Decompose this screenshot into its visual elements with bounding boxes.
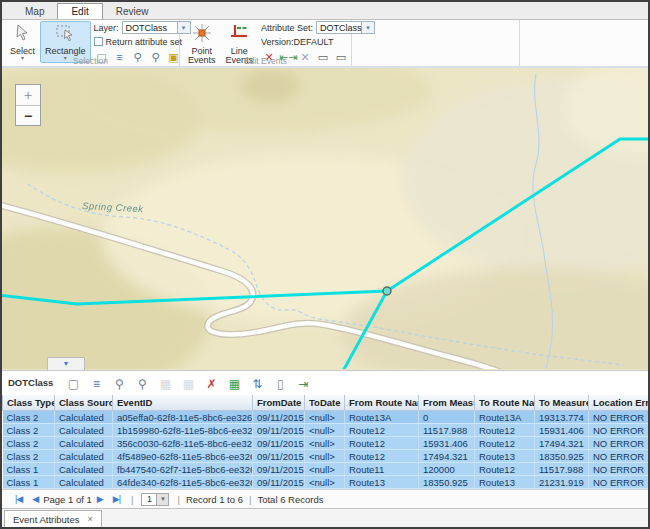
table-cell[interactable]: 120000 <box>419 463 475 476</box>
tab-event-attributes[interactable]: Event Attributes × <box>4 510 102 527</box>
column-header[interactable]: Class Source <box>55 395 113 411</box>
first-page-button[interactable]: |◀ <box>15 494 22 504</box>
table-cell[interactable]: NO ERROR <box>589 411 649 424</box>
table-cell[interactable]: 1b159980-62f8-11e5-8bc6-ee32641d5ec9 <box>113 424 253 437</box>
return-attribute-set-checkbox[interactable] <box>94 37 103 46</box>
zoom-in-button[interactable]: + <box>16 85 40 105</box>
page-number-value[interactable]: 1 <box>141 493 157 506</box>
attribute-set-value[interactable]: DOTClass <box>316 21 362 34</box>
previous-page-button[interactable]: ◀ <box>32 494 38 504</box>
table-row[interactable]: Class 2Calculateda05effa0-62f8-11e5-8bc6… <box>3 411 649 424</box>
table-cell[interactable]: Route12 <box>345 424 419 437</box>
table-cell[interactable]: 11517.988 <box>535 463 589 476</box>
table-cell[interactable]: Route12 <box>475 463 535 476</box>
table-cell[interactable]: 09/11/2015 <box>253 411 305 424</box>
table-cell[interactable]: Calculated <box>55 463 113 476</box>
column-header[interactable]: To Route Name <box>475 395 535 411</box>
fit-columns-icon[interactable]: ⇥ <box>293 377 313 391</box>
table-cell[interactable]: 09/11/2015 <box>253 476 305 489</box>
zoom-to-selected-icon[interactable]: ⚲ <box>109 377 129 391</box>
page-number-combobox[interactable]: 1 ▼ <box>141 493 169 506</box>
add-records-icon[interactable]: ▦ <box>224 377 244 391</box>
tab-review[interactable]: Review <box>103 4 162 19</box>
table-cell[interactable]: Class 2 <box>3 437 55 450</box>
table-cell[interactable]: <null> <box>305 424 345 437</box>
table-row[interactable]: Class 1Calculatedfb447540-62f7-11e5-8bc6… <box>3 463 649 476</box>
table-cell[interactable]: <null> <box>305 463 345 476</box>
column-header[interactable]: From Route Name <box>345 395 419 411</box>
last-page-button[interactable]: ▶| <box>113 494 120 504</box>
save-edits-icon[interactable]: ▦ <box>155 377 175 391</box>
table-cell[interactable]: 64fde340-62f8-11e5-8bc6-ee32641d5ec9 <box>113 476 253 489</box>
table-cell[interactable]: Calculated <box>55 437 113 450</box>
table-cell[interactable]: 356c0030-62f8-11e5-8bc6-ee32641d5ec9 <box>113 437 253 450</box>
table-cell[interactable]: 09/11/2015 <box>253 437 305 450</box>
table-cell[interactable]: <null> <box>305 411 345 424</box>
table-cell[interactable]: 19313.774 <box>535 411 589 424</box>
table-cell[interactable]: Calculated <box>55 450 113 463</box>
table-cell[interactable]: Route12 <box>345 437 419 450</box>
table-cell[interactable]: Calculated <box>55 411 113 424</box>
table-cell[interactable]: Class 2 <box>3 411 55 424</box>
column-header[interactable]: Location Error <box>589 395 649 411</box>
table-cell[interactable]: 4f5489e0-62f8-11e5-8bc6-ee32641d5ec9 <box>113 450 253 463</box>
panel-collapse-button[interactable]: ▼ <box>47 357 85 370</box>
record-form-icon[interactable]: ▯ <box>270 377 290 391</box>
table-cell[interactable]: Route13 <box>345 476 419 489</box>
column-header[interactable]: ToDate <box>305 395 345 411</box>
attribute-set-combobox[interactable]: DOTClass ▼ <box>316 21 375 34</box>
table-cell[interactable]: 17494.321 <box>535 437 589 450</box>
table-cell[interactable]: Calculated <box>55 476 113 489</box>
zoom-out-button[interactable]: − <box>16 105 40 125</box>
tab-edit[interactable]: Edit <box>57 3 102 19</box>
table-cell[interactable]: Route12 <box>475 424 535 437</box>
table-cell[interactable]: NO ERROR <box>589 450 649 463</box>
table-cell[interactable]: Route13A <box>475 411 535 424</box>
page-number-dropdown-icon[interactable]: ▼ <box>157 493 169 506</box>
table-cell[interactable]: Class 1 <box>3 476 55 489</box>
column-header[interactable]: To Measure <box>535 395 589 411</box>
map-view[interactable]: Spring Creek + − ▼ <box>2 68 648 370</box>
column-header[interactable]: EventID <box>113 395 253 411</box>
table-cell[interactable]: Route13 <box>475 476 535 489</box>
table-cell[interactable]: 09/11/2015 <box>253 450 305 463</box>
sort-records-icon[interactable]: ⇅ <box>247 377 267 391</box>
table-cell[interactable]: Class 2 <box>3 424 55 437</box>
close-tab-icon[interactable]: × <box>88 514 93 524</box>
table-cell[interactable]: NO ERROR <box>589 424 649 437</box>
table-cell[interactable]: NO ERROR <box>589 437 649 450</box>
table-cell[interactable]: Route12 <box>475 437 535 450</box>
table-row[interactable]: Class 1Calculated64fde340-62f8-11e5-8bc6… <box>3 476 649 489</box>
attribute-set-dropdown-icon[interactable]: ▼ <box>362 21 375 34</box>
show-selected-records-icon[interactable]: ≡ <box>86 377 106 391</box>
table-cell[interactable]: Class 2 <box>3 450 55 463</box>
table-cell[interactable]: 15931.406 <box>419 437 475 450</box>
table-cell[interactable]: 0 <box>419 411 475 424</box>
table-cell[interactable]: NO ERROR <box>589 463 649 476</box>
tab-map[interactable]: Map <box>12 4 57 19</box>
delete-selected-icon[interactable]: ✗ <box>201 377 221 391</box>
table-cell[interactable]: 18350.925 <box>535 450 589 463</box>
table-cell[interactable]: Route11 <box>345 463 419 476</box>
select-records-icon[interactable]: ▢ <box>63 377 83 391</box>
column-header[interactable]: Class Type <box>3 395 55 411</box>
table-cell[interactable]: Route12 <box>345 450 419 463</box>
table-cell[interactable]: 09/11/2015 <box>253 463 305 476</box>
column-header[interactable]: From Measure <box>419 395 475 411</box>
table-cell[interactable]: 11517.988 <box>419 424 475 437</box>
table-cell[interactable]: 18350.925 <box>419 476 475 489</box>
table-cell[interactable]: Route13 <box>475 450 535 463</box>
table-cell[interactable]: <null> <box>305 476 345 489</box>
attribute-calculator-icon[interactable]: ▦ <box>178 377 198 391</box>
table-cell[interactable]: 21231.919 <box>535 476 589 489</box>
table-cell[interactable]: NO ERROR <box>589 476 649 489</box>
pan-to-selected-icon[interactable]: ⚲ <box>132 377 152 391</box>
route-junction-vertex[interactable] <box>383 287 391 295</box>
table-cell[interactable]: 15931.406 <box>535 424 589 437</box>
table-cell[interactable]: 17494.321 <box>419 450 475 463</box>
table-cell[interactable]: Class 1 <box>3 463 55 476</box>
table-cell[interactable]: Route13A <box>345 411 419 424</box>
table-row[interactable]: Class 2Calculated356c0030-62f8-11e5-8bc6… <box>3 437 649 450</box>
table-cell[interactable]: 09/11/2015 <box>253 424 305 437</box>
layer-value[interactable]: DOTClass <box>122 21 178 34</box>
